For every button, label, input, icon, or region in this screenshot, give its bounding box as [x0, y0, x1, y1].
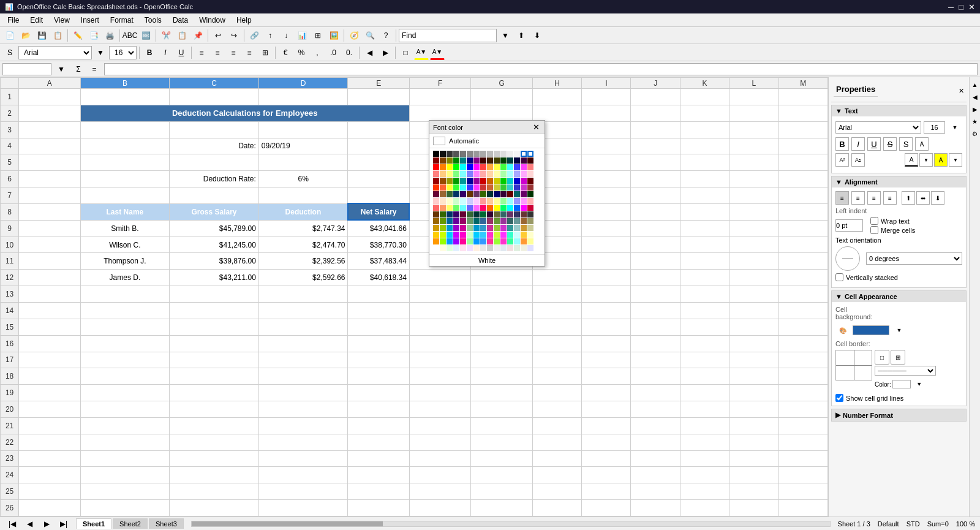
border-color-swatch[interactable]	[892, 380, 911, 388]
color-swatch-cell[interactable]	[527, 191, 533, 197]
color-swatch-cell[interactable]	[440, 198, 446, 204]
properties-panel-close[interactable]: ✕	[959, 87, 964, 95]
sidebar-icon-1[interactable]: ▲	[970, 80, 980, 89]
hyperlink-btn[interactable]: 🔗	[247, 28, 262, 43]
color-swatch-cell[interactable]	[453, 211, 459, 218]
cell-a1[interactable]	[19, 89, 80, 105]
color-swatch-cell[interactable]	[487, 191, 493, 197]
color-swatch-cell[interactable]	[494, 157, 500, 164]
cell-b3[interactable]	[80, 121, 170, 138]
color-swatch-cell[interactable]	[433, 151, 439, 157]
cell-k7[interactable]	[680, 187, 729, 204]
cell-d1[interactable]	[258, 89, 348, 105]
col-header-a[interactable]: A	[19, 78, 80, 89]
menu-window[interactable]: Window	[194, 15, 230, 26]
color-swatch-cell[interactable]	[433, 232, 439, 238]
formula-eq-btn[interactable]: =	[87, 62, 102, 77]
color-swatch-cell[interactable]	[507, 157, 513, 164]
color-swatch-cell[interactable]	[507, 164, 513, 170]
currency-btn[interactable]: €	[278, 45, 293, 60]
color-swatch-cell[interactable]	[521, 184, 527, 191]
col-header-j[interactable]: J	[631, 78, 680, 89]
color-swatch-cell[interactable]	[460, 238, 466, 244]
cell-e5[interactable]	[348, 154, 409, 171]
color-swatch-cell[interactable]	[473, 151, 480, 157]
wrap-text-checkbox[interactable]	[870, 217, 878, 225]
color-swatch-cell[interactable]	[453, 151, 459, 157]
color-swatch-cell[interactable]	[500, 211, 507, 218]
cell-a9[interactable]	[19, 220, 80, 237]
color-swatch-cell[interactable]	[521, 178, 527, 184]
cell-d3[interactable]	[258, 121, 348, 138]
cell-m10[interactable]	[778, 237, 827, 253]
cell-i7[interactable]	[582, 187, 631, 204]
color-swatch-cell[interactable]	[494, 171, 500, 177]
save-btn[interactable]: 💾	[34, 28, 49, 43]
cell-a5[interactable]	[19, 154, 80, 171]
sort-asc-btn[interactable]: ↑	[263, 28, 277, 43]
color-swatch-cell[interactable]	[487, 151, 493, 157]
color-swatch-cell[interactable]	[440, 184, 446, 191]
alignment-section-header[interactable]: ▼ Alignment	[832, 176, 966, 187]
vertically-stacked-checkbox[interactable]	[835, 273, 843, 281]
color-swatch-cell[interactable]	[460, 232, 466, 238]
cell-m11[interactable]	[778, 253, 827, 270]
cell-l9[interactable]	[729, 220, 778, 237]
color-swatch-cell[interactable]	[480, 211, 486, 218]
sheet-prev[interactable]: ◀	[22, 517, 37, 531]
color-swatch-cell[interactable]	[521, 238, 527, 244]
color-swatch-cell[interactable]	[473, 184, 480, 191]
color-swatch-cell[interactable]	[494, 178, 500, 184]
color-swatch-cell[interactable]	[460, 178, 466, 184]
sidebar-icon-2[interactable]: ◀	[970, 92, 980, 102]
cell-l12[interactable]	[729, 270, 778, 286]
color-swatch-cell[interactable]	[447, 151, 453, 157]
menu-help[interactable]: Help	[232, 15, 257, 26]
font-color-arrow[interactable]: ▼	[919, 153, 933, 167]
cell-j5[interactable]	[631, 154, 680, 171]
color-swatch-cell[interactable]	[480, 178, 486, 184]
color-swatch-cell[interactable]	[500, 178, 507, 184]
find-arrow-btn[interactable]: ▼	[498, 28, 513, 43]
color-swatch-cell[interactable]	[494, 184, 500, 191]
cell-deduction-12[interactable]: $2,592.66	[258, 270, 348, 286]
cell-deduction-value[interactable]: 6%	[258, 171, 348, 187]
color-swatch-cell[interactable]	[500, 225, 507, 231]
cell-l1[interactable]	[729, 89, 778, 105]
cell-m8[interactable]	[778, 203, 827, 220]
cell-gross-10[interactable]: $41,245.00	[170, 237, 259, 253]
color-swatch-cell[interactable]	[453, 238, 459, 244]
color-swatch-cell[interactable]	[440, 232, 446, 238]
color-swatch-cell[interactable]	[460, 225, 466, 231]
color-swatch-cell[interactable]	[514, 238, 520, 244]
underline-btn[interactable]: U	[174, 45, 189, 60]
more-text-btn[interactable]: A	[915, 137, 929, 151]
color-swatch-cell[interactable]	[433, 157, 439, 164]
border-none-btn[interactable]: □	[875, 350, 889, 365]
cell-e7[interactable]	[348, 187, 409, 204]
color-swatch-cell[interactable]	[521, 205, 527, 211]
color-swatch-cell[interactable]	[494, 151, 500, 157]
color-swatch-cell[interactable]	[494, 191, 500, 197]
color-swatch-cell[interactable]	[473, 178, 480, 184]
cell-deduction-label[interactable]: Deduction Rate:	[170, 171, 259, 187]
cell-a12[interactable]	[19, 270, 80, 286]
color-swatch-cell[interactable]	[527, 171, 533, 177]
title-bar-controls[interactable]: ─ □ ✕	[948, 2, 975, 12]
col-header-m[interactable]: M	[778, 78, 827, 89]
cell-m7[interactable]	[778, 187, 827, 204]
color-swatch-cell[interactable]	[514, 151, 520, 157]
close-btn[interactable]: ✕	[968, 2, 975, 12]
cell-i6[interactable]	[582, 171, 631, 187]
color-swatch-cell[interactable]	[507, 211, 513, 218]
color-swatch-cell[interactable]	[521, 232, 527, 238]
cell-c3[interactable]	[170, 121, 259, 138]
color-swatch-cell[interactable]	[527, 211, 533, 218]
color-swatch-cell[interactable]	[473, 205, 480, 211]
cell-m5[interactable]	[778, 154, 827, 171]
color-swatch-cell[interactable]	[487, 232, 493, 238]
color-swatch-cell[interactable]	[440, 218, 446, 224]
cell-appearance-section-header[interactable]: ▼ Cell Appearance	[832, 291, 966, 302]
color-swatch-cell[interactable]	[447, 164, 453, 170]
number-format-header[interactable]: ▶ Number Format	[832, 409, 966, 421]
